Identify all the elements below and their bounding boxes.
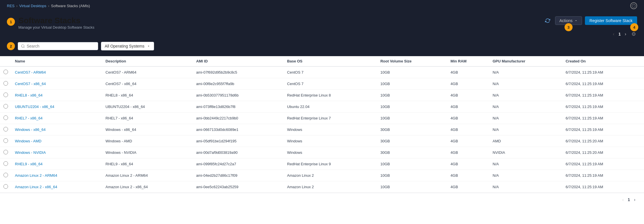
os-filter-label: All Operating Systems <box>105 44 145 48</box>
cell-gpu-manufacturer: N/A <box>489 124 562 135</box>
cell-root-volume-size: 30GB <box>377 147 447 158</box>
stack-name-link[interactable]: Windows - x86_64 <box>15 127 46 132</box>
stack-name-link[interactable]: RHEL8 - x86_64 <box>15 93 42 97</box>
table-row: Amazon Linux 2 - x86_64 Amazon Linux 2 -… <box>0 181 644 193</box>
breadcrumb-virtual-desktops[interactable]: Virtual Desktops <box>19 4 46 8</box>
cell-ami-id: ami-099f85fc24d27c2a7 <box>193 158 284 170</box>
cell-gpu-manufacturer: AMD <box>489 135 562 147</box>
stack-name-link[interactable]: RHEL7 - x86_64 <box>15 116 42 120</box>
cell-description: CentOS7 - ARM64 <box>102 66 193 78</box>
annotation-2-badge: 2 <box>7 42 15 50</box>
col-root-volume-size: Root Volume Size <box>377 56 447 66</box>
next-page-button[interactable]: › <box>623 31 628 37</box>
row-radio-8[interactable] <box>3 161 8 166</box>
row-radio-7[interactable] <box>3 150 8 154</box>
annotation-4-badge: 4 <box>630 23 638 31</box>
cell-created-on: 6/7/2024, 11:25:19 AM <box>562 113 644 124</box>
row-radio-3[interactable] <box>3 104 8 109</box>
row-radio-cell[interactable] <box>0 181 11 193</box>
cell-min-ram: 4GB <box>447 78 489 90</box>
bottom-pagination: ‹ 1 › <box>0 193 644 206</box>
os-filter-dropdown[interactable]: All Operating Systems <box>101 42 154 50</box>
register-software-stack-button[interactable]: Register Software Stack <box>585 16 637 25</box>
search-input[interactable] <box>27 44 95 48</box>
cell-created-on: 6/7/2024, 11:25:19 AM <box>562 158 644 170</box>
table-row: RHEL9 - x86_64 RHEL9 - x86_64 ami-099f85… <box>0 158 644 170</box>
row-radio-cell[interactable] <box>0 158 11 170</box>
bottom-prev-page-button[interactable]: ‹ <box>620 197 625 203</box>
cell-root-volume-size: 10GB <box>377 66 447 78</box>
cell-created-on: 6/7/2024, 11:25:19 AM <box>562 181 644 193</box>
row-radio-9[interactable] <box>3 173 8 177</box>
cell-base-os: RedHat Enterprise Linux 9 <box>284 158 377 170</box>
cell-base-os: RedHat Enterprise Linux 8 <box>284 90 377 101</box>
cell-description: Windows - AMD <box>102 135 193 147</box>
row-radio-cell[interactable] <box>0 135 11 147</box>
cell-root-volume-size: 10GB <box>377 181 447 193</box>
search-wrapper <box>18 42 98 50</box>
annotation-1-badge: 1 <box>7 18 15 26</box>
cell-min-ram: 4GB <box>447 124 489 135</box>
prev-page-button[interactable]: ‹ <box>611 31 616 37</box>
row-radio-cell[interactable] <box>0 90 11 101</box>
table-row: Windows - AMD Windows - AMD ami-05df91be… <box>0 135 644 147</box>
top-nav-bar: RES › Virtual Desktops › Software Stacks… <box>0 0 644 11</box>
cell-ami-id: ami-0bb2449c2217cb9b0 <box>193 113 284 124</box>
row-radio-cell[interactable] <box>0 124 11 135</box>
stack-name-link[interactable]: CentOS7 - ARM64 <box>15 70 46 74</box>
table-row: UBUNTU2204 - x86_64 UBUNTU2204 - x86_64 … <box>0 101 644 113</box>
table-body: CentOS7 - ARM64 CentOS7 - ARM64 ami-07f6… <box>0 66 644 193</box>
refresh-button[interactable] <box>543 16 552 25</box>
cell-ami-id: ami-05df91be1d294f195 <box>193 135 284 147</box>
stack-name-link[interactable]: RHEL9 - x86_64 <box>15 162 42 166</box>
stack-name-link[interactable]: Windows - NVIDIA <box>15 150 46 155</box>
cell-description: Windows - NVIDIA <box>102 147 193 158</box>
row-radio-1[interactable] <box>3 81 8 86</box>
breadcrumb-res[interactable]: RES <box>7 4 15 8</box>
filter-row: 2 All Operating Systems <box>7 42 637 50</box>
cell-gpu-manufacturer: NVIDIA <box>489 147 562 158</box>
row-radio-cell[interactable] <box>0 101 11 113</box>
table-settings-button[interactable]: ⚙ <box>630 30 637 38</box>
row-radio-0[interactable] <box>3 70 8 74</box>
row-radio-2[interactable] <box>3 93 8 97</box>
cell-ami-id: ami-00f8e2c955f7ffa9b <box>193 78 284 90</box>
row-radio-cell[interactable] <box>0 170 11 181</box>
info-icon[interactable] <box>630 2 637 9</box>
row-radio-6[interactable] <box>3 138 8 143</box>
breadcrumb-current: Software Stacks (AMIs) <box>51 4 90 8</box>
row-radio-4[interactable] <box>3 115 8 120</box>
row-radio-cell[interactable] <box>0 147 11 158</box>
row-radio-10[interactable] <box>3 184 8 189</box>
stack-name-link[interactable]: Amazon Linux 2 - ARM64 <box>15 173 57 178</box>
cell-name: Windows - x86_64 <box>11 124 102 135</box>
breadcrumb-sep-1: › <box>16 4 17 8</box>
table-row: Windows - NVIDIA Windows - NVIDIA ami-00… <box>0 147 644 158</box>
stack-name-link[interactable]: UBUNTU2204 - x86_64 <box>15 105 54 109</box>
col-ami-id: AMI ID <box>193 56 284 66</box>
cell-created-on: 6/7/2024, 11:25:19 AM <box>562 90 644 101</box>
row-radio-5[interactable] <box>3 127 8 131</box>
cell-base-os: Windows <box>284 147 377 158</box>
cell-gpu-manufacturer: N/A <box>489 90 562 101</box>
cell-min-ram: 4GB <box>447 66 489 78</box>
cell-ami-id: ami-0ee5c62243ab25259 <box>193 181 284 193</box>
stack-name-link[interactable]: Windows - AMD <box>15 139 41 143</box>
cell-description: RHEL8 - x86_64 <box>102 90 193 101</box>
stack-name-link[interactable]: CentOS7 - x86_64 <box>15 82 46 86</box>
bottom-next-page-button[interactable]: › <box>632 197 637 203</box>
col-select <box>0 56 11 66</box>
cell-created-on: 6/7/2024, 11:25:19 AM <box>562 78 644 90</box>
cell-created-on: 6/7/2024, 11:25:20 AM <box>562 135 644 147</box>
row-radio-cell[interactable] <box>0 113 11 124</box>
row-radio-cell[interactable] <box>0 78 11 90</box>
cell-name: UBUNTU2204 - x86_64 <box>11 101 102 113</box>
bottom-page-number: 1 <box>628 197 630 202</box>
cell-gpu-manufacturer: N/A <box>489 170 562 181</box>
row-radio-cell[interactable] <box>0 66 11 78</box>
svg-point-3 <box>22 45 24 47</box>
cell-min-ram: 4GB <box>447 147 489 158</box>
cell-root-volume-size: 10GB <box>377 113 447 124</box>
stack-name-link[interactable]: Amazon Linux 2 - x86_64 <box>15 185 57 189</box>
cell-min-ram: 4GB <box>447 170 489 181</box>
